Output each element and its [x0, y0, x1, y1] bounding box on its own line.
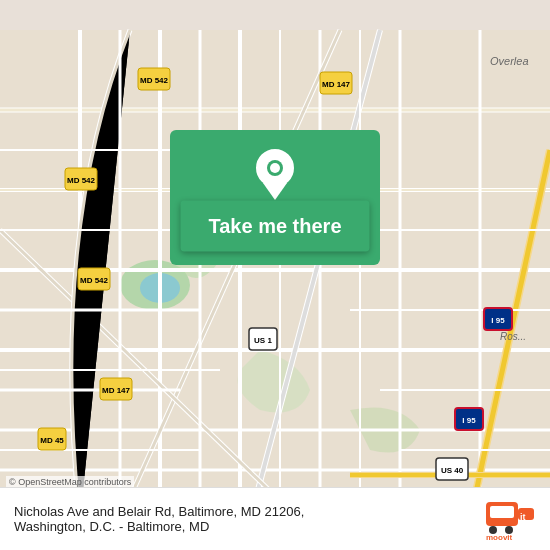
address-line2: Washington, D.C. - Baltimore, MD: [14, 519, 474, 534]
svg-text:MD 542: MD 542: [80, 276, 109, 285]
map-svg: MD 542 MD 147 MD 542 MD 542 MD 147 MD 45…: [0, 0, 550, 550]
svg-text:US 1: US 1: [254, 336, 272, 345]
svg-text:MD 147: MD 147: [102, 386, 131, 395]
svg-text:it: it: [520, 512, 526, 522]
location-pin: [253, 148, 297, 204]
svg-text:I 95: I 95: [491, 316, 505, 325]
map-container: MD 542 MD 147 MD 542 MD 542 MD 147 MD 45…: [0, 0, 550, 550]
svg-text:I 95: I 95: [462, 416, 476, 425]
svg-text:MD 147: MD 147: [322, 80, 351, 89]
take-me-there-button[interactable]: Take me there: [180, 200, 369, 251]
svg-text:MD 45: MD 45: [40, 436, 64, 445]
address-text: Nicholas Ave and Belair Rd, Baltimore, M…: [14, 504, 474, 534]
moovit-icon: it moovit: [484, 498, 536, 540]
svg-marker-61: [263, 183, 287, 200]
svg-text:US 40: US 40: [441, 466, 464, 475]
address-line1: Nicholas Ave and Belair Rd, Baltimore, M…: [14, 504, 474, 519]
svg-text:Ros...: Ros...: [500, 331, 526, 342]
svg-text:MD 542: MD 542: [140, 76, 169, 85]
info-bar: Nicholas Ave and Belair Rd, Baltimore, M…: [0, 487, 550, 550]
moovit-logo: it moovit: [484, 498, 536, 540]
svg-text:moovit: moovit: [486, 533, 513, 540]
svg-point-62: [270, 163, 280, 173]
svg-rect-64: [490, 506, 514, 518]
svg-text:Overlea: Overlea: [490, 55, 529, 67]
svg-text:MD 542: MD 542: [67, 176, 96, 185]
